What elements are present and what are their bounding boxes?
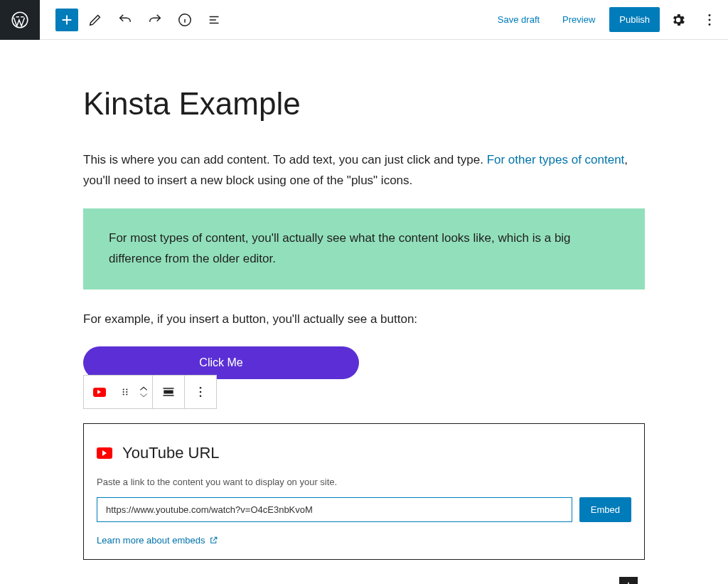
- add-block-button[interactable]: [55, 9, 78, 31]
- more-vertical-icon: [193, 385, 208, 399]
- svg-point-12: [200, 387, 202, 389]
- svg-point-10: [126, 393, 127, 395]
- gear-icon: [670, 12, 686, 28]
- learn-more-link[interactable]: Learn more about embeds: [97, 535, 218, 546]
- undo-button[interactable]: [112, 7, 138, 33]
- move-controls[interactable]: [135, 376, 152, 408]
- settings-button[interactable]: [665, 7, 691, 33]
- chevron-up-icon: [139, 386, 149, 391]
- drag-icon: [120, 387, 130, 397]
- youtube-icon: [93, 388, 106, 397]
- redo-button[interactable]: [142, 7, 168, 33]
- add-block-inline-button[interactable]: [619, 577, 638, 584]
- paragraph-block[interactable]: This is where you can add content. To ad…: [83, 150, 645, 191]
- redo-icon: [147, 12, 163, 28]
- svg-point-9: [123, 393, 124, 395]
- svg-point-5: [123, 388, 124, 390]
- learn-more-text: Learn more about embeds: [97, 535, 205, 546]
- wp-logo-home[interactable]: [0, 0, 40, 40]
- edit-mode-button[interactable]: [82, 7, 108, 33]
- svg-point-2: [709, 14, 711, 16]
- embed-input-row: Embed: [97, 497, 631, 522]
- more-vertical-icon: [702, 12, 717, 28]
- info-button[interactable]: [172, 7, 198, 33]
- embed-title: YouTube URL: [122, 444, 220, 462]
- preview-button[interactable]: Preview: [554, 9, 604, 31]
- chevron-down-icon: [139, 393, 149, 398]
- editor-canvas: Kinsta Example This is where you can add…: [83, 40, 645, 584]
- block-toolbar: [83, 375, 217, 409]
- toolbar-right: Save draft Preview Publish: [489, 7, 722, 33]
- svg-point-4: [709, 23, 711, 25]
- pencil-icon: [87, 12, 103, 28]
- save-draft-button[interactable]: Save draft: [489, 9, 548, 31]
- wordpress-icon: [11, 11, 29, 29]
- block-more-button[interactable]: [185, 376, 216, 408]
- publish-button[interactable]: Publish: [609, 7, 660, 32]
- undo-icon: [117, 12, 133, 28]
- post-title[interactable]: Kinsta Example: [83, 86, 645, 122]
- embed-submit-button[interactable]: Embed: [579, 497, 631, 522]
- external-link-icon: [209, 536, 218, 545]
- toolbar-left: [40, 7, 228, 33]
- svg-point-13: [200, 391, 202, 393]
- svg-point-3: [709, 18, 711, 21]
- svg-point-14: [200, 395, 202, 398]
- block-type-button[interactable]: [84, 376, 115, 408]
- plus-icon: [622, 580, 635, 584]
- list-icon: [207, 12, 223, 28]
- more-menu-button[interactable]: [697, 7, 722, 33]
- plus-icon: [59, 12, 75, 28]
- align-button[interactable]: [153, 376, 184, 408]
- paragraph-block[interactable]: For example, if you insert a button, you…: [83, 309, 645, 330]
- content-types-link[interactable]: For other types of content: [487, 153, 625, 166]
- callout-block[interactable]: For most types of content, you'll actual…: [83, 208, 645, 290]
- align-icon: [161, 385, 176, 399]
- svg-point-6: [126, 388, 127, 390]
- youtube-icon: [97, 447, 112, 459]
- svg-rect-11: [164, 391, 173, 393]
- youtube-embed-block: YouTube URL Paste a link to the content …: [83, 423, 645, 560]
- embed-url-input[interactable]: [97, 497, 572, 522]
- outline-button[interactable]: [202, 7, 228, 33]
- embed-description: Paste a link to the content you want to …: [97, 477, 631, 487]
- editor-toolbar: Save draft Preview Publish: [0, 0, 728, 40]
- info-icon: [177, 12, 193, 28]
- text: This is where you can add content. To ad…: [83, 153, 487, 166]
- svg-point-8: [126, 391, 127, 393]
- svg-point-7: [123, 391, 124, 393]
- drag-handle[interactable]: [115, 376, 135, 408]
- embed-header: YouTube URL: [97, 444, 631, 462]
